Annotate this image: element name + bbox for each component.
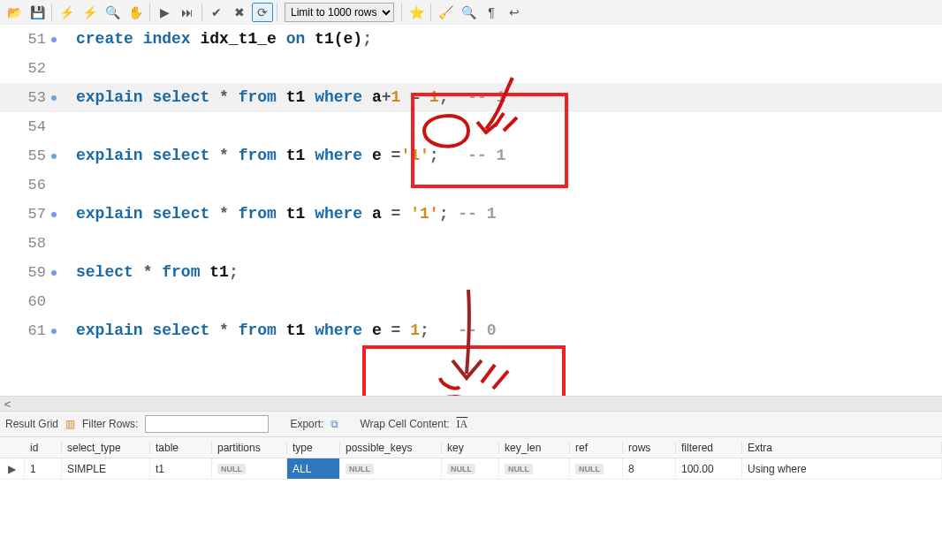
annotation-box-2 bbox=[362, 345, 566, 396]
code-content[interactable]: explain select * from t1 where a+1 = 1; … bbox=[53, 83, 505, 112]
col-table[interactable]: table bbox=[150, 442, 212, 454]
scroll-left-icon[interactable]: < bbox=[0, 397, 15, 411]
explain-icon[interactable]: 🔍 bbox=[102, 3, 123, 22]
col-select-type[interactable]: select_type bbox=[62, 442, 150, 454]
line-number: 56 bbox=[0, 170, 53, 200]
show-invisible-icon[interactable]: ¶ bbox=[481, 3, 502, 22]
code-content[interactable]: explain select * from t1 where e = 1; --… bbox=[53, 316, 496, 345]
col-key-len[interactable]: key_len bbox=[499, 442, 570, 454]
line-number: 60 bbox=[0, 287, 53, 316]
execute-script-icon[interactable]: ⚡ bbox=[79, 3, 100, 22]
cell-table[interactable]: t1 bbox=[150, 458, 212, 480]
code-content[interactable]: select * from t1; bbox=[53, 258, 239, 287]
line-number: 59 bbox=[0, 258, 53, 287]
cell-ref[interactable]: NULL bbox=[570, 458, 623, 480]
save-icon[interactable]: 💾 bbox=[27, 3, 48, 22]
line-number: 58 bbox=[0, 229, 53, 258]
line-number: 51 bbox=[0, 25, 53, 54]
editor-line[interactable]: 52 bbox=[0, 54, 942, 83]
col-rows[interactable]: rows bbox=[623, 442, 676, 454]
result-row[interactable]: ▶ 1 SIMPLE t1 NULL ALL NULL NULL NULL NU… bbox=[0, 458, 942, 480]
editor-line[interactable]: 51create index idx_t1_e on t1(e); bbox=[0, 25, 942, 54]
result-toolbar: Result Grid ▥ Filter Rows: Export: ⧉ Wra… bbox=[0, 411, 942, 437]
cell-possible-keys[interactable]: NULL bbox=[340, 458, 442, 480]
wrap-cell-icon[interactable]: IA bbox=[457, 418, 468, 431]
line-number: 61 bbox=[0, 316, 53, 345]
beautify-icon[interactable]: 🧹 bbox=[435, 3, 456, 22]
stop-icon[interactable]: ✋ bbox=[125, 3, 146, 22]
col-partitions[interactable]: partitions bbox=[212, 442, 287, 454]
code-content[interactable]: explain select * from t1 where a = '1'; … bbox=[53, 200, 496, 229]
line-number: 52 bbox=[0, 54, 53, 83]
line-number: 54 bbox=[0, 112, 53, 141]
wrap-cell-label: Wrap Cell Content: bbox=[360, 418, 449, 430]
col-possible-keys[interactable]: possible_keys bbox=[340, 442, 442, 454]
editor-line[interactable]: 57explain select * from t1 where a = '1'… bbox=[0, 200, 942, 229]
commit-icon[interactable]: ✔ bbox=[206, 3, 227, 22]
col-ref[interactable]: ref bbox=[570, 442, 623, 454]
filter-rows-input[interactable] bbox=[145, 415, 269, 433]
editor-line[interactable]: 58 bbox=[0, 229, 942, 258]
cell-extra[interactable]: Using where bbox=[742, 458, 942, 480]
editor-line[interactable]: 59select * from t1; bbox=[0, 258, 942, 287]
open-file-icon[interactable]: 📂 bbox=[4, 3, 25, 22]
result-grid-header: id select_type table partitions type pos… bbox=[0, 437, 942, 458]
editor-line[interactable]: 61explain select * from t1 where e = 1; … bbox=[0, 316, 942, 345]
col-id[interactable]: id bbox=[25, 442, 62, 454]
result-grid-icon[interactable]: ▥ bbox=[65, 418, 75, 430]
filter-rows-label: Filter Rows: bbox=[82, 418, 138, 430]
cell-id[interactable]: 1 bbox=[25, 458, 62, 480]
cell-filtered[interactable]: 100.00 bbox=[676, 458, 742, 480]
result-grid-label: Result Grid bbox=[5, 418, 58, 430]
editor-line[interactable]: 54 bbox=[0, 112, 942, 141]
code-content[interactable]: create index idx_t1_e on t1(e); bbox=[53, 25, 372, 54]
wrap-icon[interactable]: ↩ bbox=[504, 3, 525, 22]
limit-rows-select[interactable]: Limit to 1000 rows bbox=[285, 3, 394, 22]
col-key[interactable]: key bbox=[442, 442, 499, 454]
col-type[interactable]: type bbox=[287, 442, 340, 454]
query-toolbar: 📂💾⚡⚡🔍✋▶⏭✔✖⟳Limit to 1000 rows⭐🧹🔍¶↩ bbox=[0, 0, 942, 25]
cell-partitions[interactable]: NULL bbox=[212, 458, 287, 480]
line-number: 53 bbox=[0, 83, 53, 112]
editor-horizontal-scrollbar[interactable]: < bbox=[0, 396, 942, 411]
export-label: Export: bbox=[290, 418, 323, 430]
search-icon[interactable]: 🔍 bbox=[458, 3, 479, 22]
export-icon[interactable]: ⧉ bbox=[330, 418, 338, 430]
continue-icon[interactable]: ▶ bbox=[154, 3, 175, 22]
favorite-icon[interactable]: ⭐ bbox=[406, 3, 427, 22]
editor-line[interactable]: 53explain select * from t1 where a+1 = 1… bbox=[0, 83, 942, 112]
execute-icon[interactable]: ⚡ bbox=[56, 3, 77, 22]
cell-key[interactable]: NULL bbox=[442, 458, 499, 480]
row-marker-icon: ▶ bbox=[0, 458, 25, 480]
editor-line[interactable]: 56 bbox=[0, 170, 942, 200]
cell-rows[interactable]: 8 bbox=[623, 458, 676, 480]
col-extra[interactable]: Extra bbox=[742, 442, 942, 454]
cell-select-type[interactable]: SIMPLE bbox=[62, 458, 150, 480]
code-content[interactable]: explain select * from t1 where e ='1'; -… bbox=[53, 141, 505, 170]
col-filtered[interactable]: filtered bbox=[676, 442, 742, 454]
line-number: 55 bbox=[0, 141, 53, 170]
rollback-icon[interactable]: ✖ bbox=[229, 3, 250, 22]
skip-icon[interactable]: ⏭ bbox=[177, 3, 198, 22]
editor-line[interactable]: 60 bbox=[0, 287, 942, 316]
editor-line[interactable]: 55explain select * from t1 where e ='1';… bbox=[0, 141, 942, 170]
result-grid[interactable]: id select_type table partitions type pos… bbox=[0, 437, 942, 480]
sql-editor[interactable]: 51create index idx_t1_e on t1(e);5253exp… bbox=[0, 25, 942, 396]
autocommit-icon[interactable]: ⟳ bbox=[252, 3, 273, 22]
line-number: 57 bbox=[0, 200, 53, 229]
cell-type[interactable]: ALL bbox=[287, 458, 340, 480]
cell-key-len[interactable]: NULL bbox=[499, 458, 570, 480]
